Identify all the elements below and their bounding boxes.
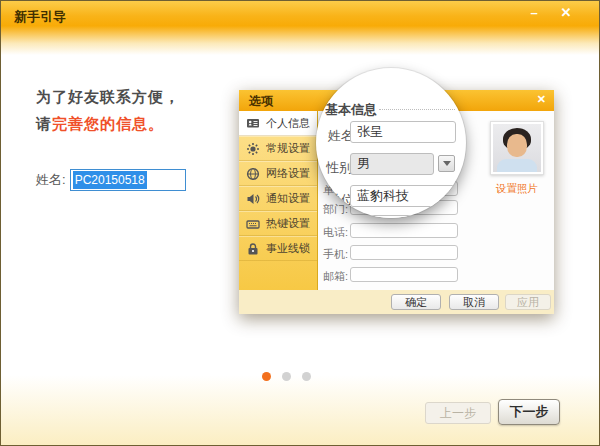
profile-photo[interactable] xyxy=(490,121,544,175)
name-row: 姓名: PC20150518 xyxy=(36,169,186,191)
intro-line1: 为了好友联系方便， xyxy=(36,83,180,110)
sidebar-item-label: 个人信息 xyxy=(266,116,310,131)
cancel-button[interactable]: 取消 xyxy=(449,294,499,310)
intro-line2-highlight: 完善您的信息。 xyxy=(52,115,164,132)
sidebar-item-app-lock[interactable]: 事业线锁 xyxy=(239,236,317,261)
lock-icon xyxy=(246,242,260,256)
sidebar-item-label: 常规设置 xyxy=(266,141,310,156)
dotted-divider xyxy=(379,109,455,110)
options-dialog-title: 选项 xyxy=(249,93,273,110)
pagination-dot-1[interactable] xyxy=(262,372,271,381)
lens-select-gender[interactable]: 男 xyxy=(350,153,434,175)
sidebar-item-network-settings[interactable]: 网络设置 xyxy=(239,161,317,186)
basic-info-title: 基本信息 xyxy=(325,101,377,119)
sidebar-item-label: 事业线锁 xyxy=(266,241,310,256)
options-close-icon[interactable]: ✕ xyxy=(537,93,546,106)
name-input-selected-text: PC20150518 xyxy=(73,171,147,189)
pagination-dot-2[interactable] xyxy=(282,372,291,381)
form-label-email: 邮箱: xyxy=(323,269,348,284)
sidebar-item-label: 网络设置 xyxy=(266,166,310,181)
avatar-face xyxy=(507,134,527,157)
speaker-icon xyxy=(246,192,260,206)
lens-dropdown-arrow-icon[interactable] xyxy=(438,155,455,172)
form-label-mobile: 手机: xyxy=(323,247,348,262)
form-label-phone: 电话: xyxy=(323,225,348,240)
form-label-department: 部门: xyxy=(323,202,348,217)
id-card-icon xyxy=(246,116,260,130)
avatar xyxy=(493,124,541,172)
form-input-email[interactable] xyxy=(350,267,458,282)
minimize-icon[interactable]: – xyxy=(521,4,547,22)
window-title: 新手引导 xyxy=(14,8,66,26)
keyboard-icon xyxy=(246,217,260,231)
sidebar-item-personal-info[interactable]: 个人信息 xyxy=(239,111,317,136)
sidebar-item-label: 热键设置 xyxy=(266,216,310,231)
form-input-mobile[interactable] xyxy=(350,245,458,260)
previous-step-button: 上一步 xyxy=(425,402,491,424)
sidebar-item-notification-settings[interactable]: 通知设置 xyxy=(239,186,317,211)
sidebar-item-label: 通知设置 xyxy=(266,191,310,206)
close-icon[interactable]: ✕ xyxy=(553,4,579,22)
apply-button: 应用 xyxy=(505,294,551,310)
gear-icon xyxy=(246,142,260,156)
form-input-phone[interactable] xyxy=(350,223,458,238)
sidebar-item-hotkey-settings[interactable]: 热键设置 xyxy=(239,211,317,236)
name-label: 姓名: xyxy=(36,171,66,189)
name-input[interactable]: PC20150518 xyxy=(70,169,186,191)
sidebar-item-general-settings[interactable]: 常规设置 xyxy=(239,136,317,161)
magnifier-lens: 基本信息 姓名: 张呈 性别: 男 单位: 蓝豹科技 部门: xyxy=(316,68,466,218)
globe-icon xyxy=(246,167,260,181)
ok-button[interactable]: 确定 xyxy=(391,294,441,310)
pagination-dot-3[interactable] xyxy=(302,372,311,381)
set-photo-link[interactable]: 设置照片 xyxy=(484,182,550,196)
intro-line2-prefix: 请 xyxy=(36,115,52,132)
options-sidebar: 个人信息 常规设置 网络设置 通知设置 热键设置 事业线锁 xyxy=(239,111,318,314)
lens-input-name[interactable]: 张呈 xyxy=(350,121,456,143)
newbie-guide-window: 新手引导 – ✕ 为了好友联系方便， 请完善您的信息。 姓名: PC201505… xyxy=(0,0,600,446)
avatar-shirt xyxy=(497,159,537,172)
intro-text: 为了好友联系方便， 请完善您的信息。 xyxy=(36,83,180,137)
next-step-button[interactable]: 下一步 xyxy=(498,399,560,425)
pagination xyxy=(262,372,311,381)
intro-line2: 请完善您的信息。 xyxy=(36,110,180,137)
dialog-button-strip: 确定 取消 应用 xyxy=(239,290,554,314)
window-titlebar: 新手引导 – ✕ xyxy=(1,1,599,55)
